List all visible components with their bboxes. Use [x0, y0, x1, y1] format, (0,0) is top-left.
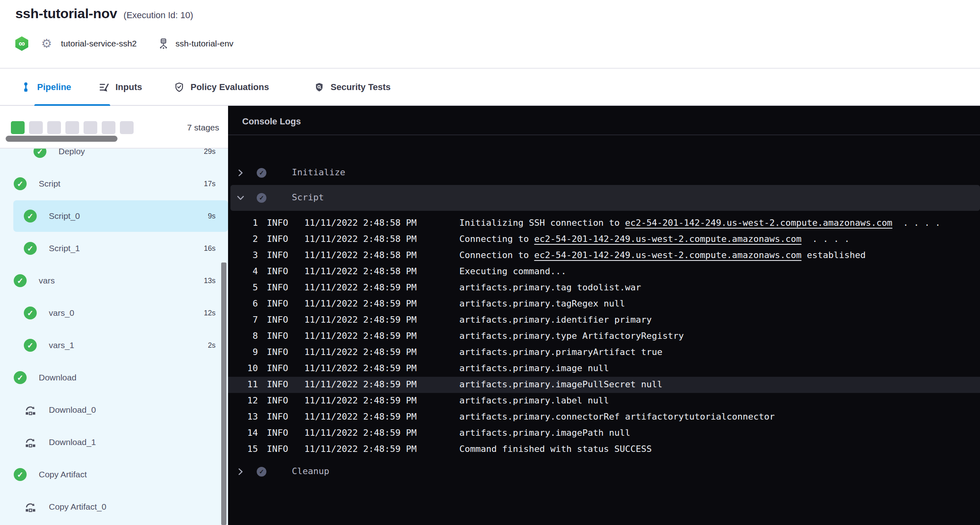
stage-item-script-1[interactable]: ✓Script_116s [0, 232, 228, 265]
log-message-text: artifacts.primary.tag todolist.war [459, 282, 641, 292]
tab-pipeline-label: Pipeline [37, 82, 71, 92]
stage-progress-segment [29, 121, 43, 134]
stage-item-vars-1[interactable]: ✓vars_12s [0, 329, 228, 361]
stage-duration: 16s [204, 244, 216, 253]
log-line-7[interactable]: 7INFO11/11/2022 2:48:59 PMartifacts.prim… [228, 312, 980, 328]
service-environment-row: ∞ ⚙ tutorial-service-ssh2 ssh-tutorial-e… [15, 35, 233, 52]
log-line-3[interactable]: 3INFO11/11/2022 2:48:58 PMConnection to … [228, 248, 980, 264]
log-message-text: artifacts.primary.imagePullSecret null [459, 379, 662, 389]
stage-item-copy-artifact-0[interactable]: Copy Artifact_0 [0, 491, 228, 523]
log-timestamp: 11/11/2022 2:48:59 PM [304, 347, 417, 357]
log-level: INFO [267, 218, 288, 228]
stage-label: Script [39, 179, 61, 189]
execution-id-label: (Execution Id: 10) [124, 10, 193, 21]
log-line-number: 15 [228, 444, 258, 454]
log-message-text: artifacts.primary.label null [459, 395, 609, 405]
log-level: INFO [267, 250, 288, 260]
log-timestamp: 11/11/2022 2:48:59 PM [304, 428, 417, 438]
log-line-number: 4 [228, 266, 258, 276]
log-level: INFO [267, 234, 288, 244]
vertical-scrollbar-thumb[interactable] [221, 262, 226, 525]
status-check-icon: ✓ [257, 168, 266, 178]
log-timestamp: 11/11/2022 2:48:59 PM [304, 315, 417, 325]
log-section-cleanup[interactable]: ✓ Cleanup [228, 461, 980, 482]
log-section-script[interactable]: ✓ Script [228, 187, 980, 208]
log-line-14[interactable]: 14INFO11/11/2022 2:48:59 PMartifacts.pri… [228, 425, 980, 441]
log-line-4[interactable]: 4INFO11/11/2022 2:48:58 PMExecuting comm… [228, 264, 980, 280]
log-line-1[interactable]: 1INFO11/11/2022 2:48:58 PMInitializing S… [228, 215, 980, 231]
success-check-icon: ✓ [14, 177, 27, 190]
success-check-icon: ✓ [14, 371, 27, 384]
tab-inputs[interactable]: Inputs [98, 69, 142, 106]
stage-duration: 2s [208, 341, 216, 350]
log-line-number: 7 [228, 315, 258, 325]
stage-progress-segment [84, 121, 97, 134]
stage-item-copy-artifact[interactable]: ✓Copy Artifact [0, 458, 228, 491]
stage-progress-bar [11, 121, 134, 134]
host-link[interactable]: ec2-54-201-142-249.us-west-2.compute.ama… [625, 218, 892, 228]
tab-policy-evaluations[interactable]: Policy Evaluations [174, 69, 269, 106]
stage-item-deploy[interactable]: ✓Deploy29s [0, 149, 228, 168]
horizontal-scrollbar-thumb[interactable] [6, 136, 117, 142]
log-message: Connection to ec2-54-201-142-249.us-west… [459, 250, 866, 260]
host-link[interactable]: ec2-54-201-142-249.us-west-2.compute.ama… [534, 250, 801, 260]
log-message-text: artifacts.primary.tagRegex null [459, 298, 625, 309]
host-link[interactable]: ec2-54-201-142-249.us-west-2.compute.ama… [534, 234, 801, 244]
success-check-icon: ✓ [24, 210, 37, 223]
log-message: artifacts.primary.label null [459, 395, 609, 405]
log-section-name: Cleanup [292, 466, 329, 476]
log-line-8[interactable]: 8INFO11/11/2022 2:48:59 PMartifacts.prim… [228, 328, 980, 344]
stage-item-vars[interactable]: ✓vars13s [0, 265, 228, 297]
log-line-13[interactable]: 13INFO11/11/2022 2:48:59 PMartifacts.pri… [228, 409, 980, 425]
security-shield-search-icon [314, 82, 325, 93]
stage-label: Copy Artifact_0 [49, 502, 106, 512]
service-name-link[interactable]: tutorial-service-ssh2 [61, 39, 137, 48]
log-timestamp: 11/11/2022 2:48:58 PM [304, 250, 417, 260]
stage-item-download-1[interactable]: Download_1 [0, 426, 228, 458]
log-section-initialize[interactable]: ✓ Initialize [228, 162, 980, 183]
chevron-right-icon[interactable] [236, 467, 245, 476]
log-timestamp: 11/11/2022 2:48:59 PM [304, 379, 417, 389]
selection-band [13, 426, 228, 458]
stage-item-download-0[interactable]: Download_0 [0, 394, 228, 426]
stage-progress-segment [120, 121, 134, 134]
selection-band [13, 200, 228, 232]
stage-item-script-0[interactable]: ✓Script_09s [0, 200, 228, 232]
log-message: artifacts.primary.tagRegex null [459, 298, 625, 309]
execution-tabbar: Pipeline Inputs Poli [0, 69, 980, 106]
log-line-number: 5 [228, 282, 258, 292]
log-message: artifacts.primary.identifier primary [459, 315, 652, 325]
tab-pipeline[interactable]: Pipeline [20, 69, 71, 106]
stage-label: vars_0 [49, 308, 74, 318]
looping-strategy-icon [24, 403, 37, 416]
log-line-2[interactable]: 2INFO11/11/2022 2:48:58 PMConnecting to … [228, 231, 980, 248]
service-gear-icon: ⚙ [41, 38, 52, 50]
log-line-10[interactable]: 10INFO11/11/2022 2:48:59 PMartifacts.pri… [228, 361, 980, 377]
log-message: artifacts.primary.image null [459, 363, 609, 373]
success-check-icon: ✓ [24, 307, 37, 319]
stage-item-vars-0[interactable]: ✓vars_012s [0, 297, 228, 329]
log-level: INFO [267, 315, 288, 325]
stage-item-script[interactable]: ✓Script17s [0, 168, 228, 200]
log-line-number: 1 [228, 218, 258, 228]
chevron-down-icon[interactable] [236, 193, 245, 202]
title-row: ssh-tutorial-nov (Execution Id: 10) [15, 6, 193, 21]
stages-count-label: 7 stages [187, 123, 219, 132]
log-line-number: 8 [228, 331, 258, 341]
log-message-text: artifacts.primary.image null [459, 363, 609, 373]
log-line-11[interactable]: 11INFO11/11/2022 2:48:59 PMartifacts.pri… [228, 377, 980, 393]
log-timestamp: 11/11/2022 2:48:59 PM [304, 444, 417, 454]
stage-duration: 13s [204, 277, 216, 285]
log-line-6[interactable]: 6INFO11/11/2022 2:48:59 PMartifacts.prim… [228, 296, 980, 312]
log-line-12[interactable]: 12INFO11/11/2022 2:48:59 PMartifacts.pri… [228, 393, 980, 409]
console-logs-panel: Console Logs ✓ Initialize ✓ Script 1INFO… [228, 106, 980, 525]
log-line-5[interactable]: 5INFO11/11/2022 2:48:59 PMartifacts.prim… [228, 280, 980, 296]
log-line-15[interactable]: 15INFO11/11/2022 2:48:59 PMCommand finis… [228, 441, 980, 458]
log-timestamp: 11/11/2022 2:48:58 PM [304, 266, 417, 276]
chevron-right-icon[interactable] [236, 168, 245, 177]
tab-security-tests[interactable]: Security Tests [314, 69, 391, 106]
environment-name-link[interactable]: ssh-tutorial-env [176, 39, 234, 48]
stage-item-download[interactable]: ✓Download [0, 361, 228, 394]
log-line-9[interactable]: 9INFO11/11/2022 2:48:59 PMartifacts.prim… [228, 344, 980, 361]
log-line-number: 3 [228, 250, 258, 260]
